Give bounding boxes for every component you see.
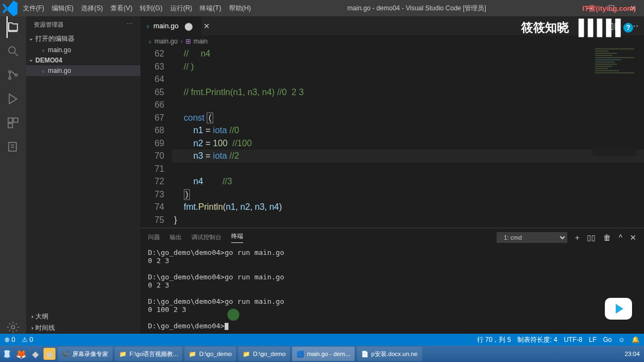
sidebar-item-file[interactable]: ⬨main.go xyxy=(26,65,140,76)
minimap[interactable] xyxy=(593,47,636,156)
menu-item[interactable]: 文件(F) xyxy=(19,4,48,13)
sidebar-item-open-editor[interactable]: ⬨main.go xyxy=(26,45,140,55)
sidebar-section-open-editors[interactable]: 打开的编辑器 xyxy=(26,33,140,45)
svg-point-1 xyxy=(9,71,11,73)
close-panel-icon[interactable]: ✕ xyxy=(630,233,636,242)
panel-tab-terminal[interactable]: 终端 xyxy=(231,232,243,243)
tab-close-x[interactable]: ✕ xyxy=(201,22,213,30)
line-numbers: 6263646566676869707172737475 xyxy=(140,47,174,228)
status-warnings[interactable]: ⚠ 0 xyxy=(22,336,33,344)
svg-point-2 xyxy=(9,77,11,79)
menu-bar: 文件(F)编辑(E)选择(S)查看(V)转到(G)运行(R)终端(T)帮助(H) xyxy=(19,4,255,13)
references-icon[interactable] xyxy=(7,140,20,153)
split-terminal-icon[interactable]: ▯▯ xyxy=(587,233,596,242)
editor-area: ⬨ main.go ⬤ ✕ ▯▯ ⋯ ⬨main.go › ⊞main 6263… xyxy=(140,16,644,334)
menu-item[interactable]: 终端(T) xyxy=(196,4,225,13)
start-button[interactable] xyxy=(1,348,13,360)
windows-taskbar: 🦊 ◆ ◉ 📹屏幕录像专家 📁F:\go语言视频教... 📁D:\go_demo… xyxy=(0,346,644,362)
svg-point-3 xyxy=(15,74,17,76)
panel-tab-debug[interactable]: 调试控制台 xyxy=(191,233,221,241)
status-errors[interactable]: ⊗ 0 xyxy=(4,336,15,344)
svg-point-8 xyxy=(11,326,15,329)
sidebar-section-folder[interactable]: DEMO04 xyxy=(26,55,140,65)
code-editor[interactable]: 6263646566676869707172737475 // n4 // ) … xyxy=(140,47,644,228)
status-cursor[interactable]: 行 70，列 5 xyxy=(477,335,511,345)
sidebar-header: 资源管理器⋯ xyxy=(26,16,140,33)
system-tray[interactable]: 23:04 xyxy=(624,351,643,357)
status-feedback-icon[interactable]: ☺ xyxy=(618,336,625,344)
status-tabsize[interactable]: 制表符长度: 4 xyxy=(517,335,557,345)
menu-item[interactable]: 帮助(H) xyxy=(225,4,255,13)
sidebar-outline[interactable]: ⌄大纲 xyxy=(26,311,140,322)
menu-item[interactable]: 运行(R) xyxy=(166,4,196,13)
svg-rect-7 xyxy=(9,142,16,151)
svg-rect-6 xyxy=(8,123,13,128)
kill-terminal-icon[interactable]: 🗑 xyxy=(603,233,611,242)
run-icon[interactable] xyxy=(7,92,20,105)
status-bar: ⊗ 0 ⚠ 0 行 70，列 5 制表符长度: 4 UTF-8 LF Go ☺ … xyxy=(0,334,644,346)
activity-bar xyxy=(0,16,26,334)
new-terminal-icon[interactable]: + xyxy=(575,233,579,242)
svg-rect-5 xyxy=(14,118,18,122)
status-encoding[interactable]: UTF-8 xyxy=(564,336,583,344)
taskbar-item[interactable]: 📁F:\go语言视频教... xyxy=(115,347,182,361)
play-button-overlay[interactable] xyxy=(605,298,632,320)
status-lang[interactable]: Go xyxy=(603,336,612,344)
sidebar-timeline[interactable]: ⌄时间线 xyxy=(26,322,140,334)
tab-label: main.go xyxy=(153,22,178,30)
svg-rect-4 xyxy=(8,118,13,122)
menu-item[interactable]: 编辑(E) xyxy=(48,4,77,13)
terminal-panel: 问题 输出 调试控制台 终端 1: cmd + ▯▯ 🗑 ^ ✕ D:\go_d… xyxy=(140,228,644,334)
settings-icon[interactable] xyxy=(7,321,20,334)
watermark-url: IT营(itying.com) xyxy=(583,4,636,14)
sidebar-content: 打开的编辑器 ⬨main.go DEMO04 ⬨main.go xyxy=(26,33,140,311)
taskbar-item[interactable]: 🟦main.go - dem... xyxy=(292,347,354,361)
search-icon[interactable] xyxy=(7,45,20,58)
panel-tab-output[interactable]: 输出 xyxy=(170,233,182,241)
breadcrumb[interactable]: ⬨main.go › ⊞main xyxy=(140,35,644,47)
title-bar: 文件(F)编辑(E)选择(S)查看(V)转到(G)运行(R)终端(T)帮助(H)… xyxy=(0,0,644,16)
editor-tabs: ⬨ main.go ⬤ ✕ ▯▯ ⋯ xyxy=(140,16,644,35)
sidebar: 资源管理器⋯ 打开的编辑器 ⬨main.go DEMO04 ⬨main.go ⌄… xyxy=(26,16,140,334)
panel-tabs: 问题 输出 调试控制台 终端 1: cmd + ▯▯ 🗑 ^ ✕ xyxy=(140,228,644,246)
editor-tab[interactable]: ⬨ main.go ⬤ xyxy=(140,16,202,35)
vscode-icon xyxy=(0,0,19,18)
panel-tab-problems[interactable]: 问题 xyxy=(148,233,160,241)
app-icon-1[interactable]: ◆ xyxy=(29,348,41,360)
terminal-select[interactable]: 1: cmd xyxy=(497,232,567,243)
menu-item[interactable]: 选择(S) xyxy=(77,4,107,13)
text-cursor-indicator xyxy=(227,309,239,321)
taskbar-item[interactable]: 📁D:\go_demo xyxy=(238,347,290,361)
menu-item[interactable]: 查看(V) xyxy=(107,4,136,13)
tab-close-icon[interactable]: ⬤ xyxy=(182,22,196,30)
extensions-icon[interactable] xyxy=(7,116,20,129)
explorer-icon[interactable] xyxy=(7,21,20,34)
svg-point-0 xyxy=(9,47,15,53)
menu-item[interactable]: 转到(G) xyxy=(136,4,166,13)
taskbar-item[interactable]: 📄p安装.docx.un.ne xyxy=(357,347,422,361)
maximize-panel-icon[interactable]: ^ xyxy=(618,233,622,242)
taskbar-item[interactable]: 📹屏幕录像专家 xyxy=(58,347,113,361)
split-editor-icon[interactable]: ▯▯ xyxy=(604,21,624,31)
firefox-icon[interactable]: 🦊 xyxy=(15,348,27,360)
code-content[interactable]: // n4 // ) // fmt.Println(n1, n3, n4) //… xyxy=(174,47,644,228)
status-bell-icon[interactable]: 🔔 xyxy=(631,336,640,344)
more-actions-icon[interactable]: ⋯ xyxy=(624,21,644,31)
terminal-content[interactable]: D:\go_demo\demo04>go run main.go 0 2 3 D… xyxy=(140,246,644,334)
status-eol[interactable]: LF xyxy=(589,336,597,344)
taskbar-item[interactable]: 📁D:\go_demo xyxy=(184,347,236,361)
source-control-icon[interactable] xyxy=(7,68,20,82)
app-icon-2[interactable]: ◉ xyxy=(44,348,55,360)
window-title: main.go - demo04 - Visual Studio Code [管… xyxy=(255,4,579,13)
